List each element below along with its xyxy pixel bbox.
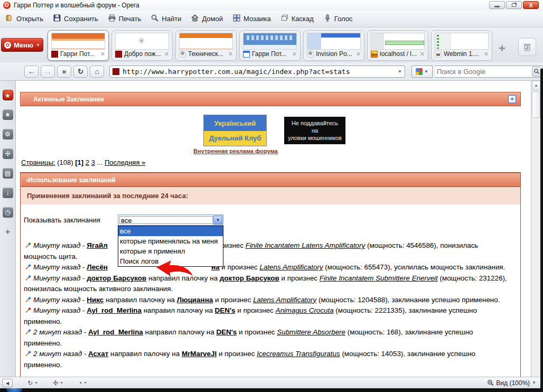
toolbar-button-printer[interactable]: Печать	[108, 14, 142, 24]
user-link[interactable]: Никс	[87, 296, 104, 304]
user-link[interactable]: Ayl_rod_Merlina	[88, 328, 143, 336]
bookmarks-icon[interactable]: ★	[3, 109, 13, 120]
scam-warning-banner[interactable]: Не поддавайтесь на уловки мошенников	[284, 117, 345, 144]
tab-label: Invision Po...	[316, 50, 354, 58]
search-engine-selector[interactable]: ▼	[411, 66, 433, 78]
add-panel-icon[interactable]: +	[3, 227, 13, 237]
tab[interactable]: Добро пож...✕	[111, 30, 173, 61]
unite-control[interactable]: ✣▼	[53, 379, 63, 387]
scroll-up-button[interactable]: ▲	[532, 81, 540, 90]
user-link[interactable]: MrMarveJI	[182, 350, 217, 358]
toolbar-button-open-folder[interactable]: Открыть	[5, 14, 43, 24]
side-panel-strip: ★★⚙✣▤↓◷+	[0, 81, 16, 377]
webmin-favicon-icon: W	[435, 51, 442, 58]
toolbar-button-save-floppy[interactable]: Сохранить	[53, 14, 98, 24]
closed-tabs-trash-button[interactable]	[518, 38, 536, 56]
user-link[interactable]: Ягайл	[87, 241, 107, 249]
user-link[interactable]: доктор Барсуков	[220, 274, 279, 282]
spell-log-list: Минуту назад - Ягайлпроизнес Finite Inca…	[24, 240, 513, 370]
bookmarks-active-icon[interactable]: ★	[3, 90, 13, 100]
section-header-bar: ›Использование заклинаний	[20, 173, 521, 187]
new-tab-button[interactable]: +	[499, 42, 505, 55]
url-text[interactable]: http://www.harrypotter.com.ua/magic/inde…	[123, 68, 395, 76]
notes-icon[interactable]: ▤	[3, 168, 13, 179]
tab-close-icon[interactable]: ✕	[100, 51, 105, 58]
internal-ad-link[interactable]: Внутренняя реклама форума	[190, 148, 281, 154]
spell-link[interactable]: Submittere Absorbere	[277, 328, 345, 336]
address-field[interactable]: http://www.harrypotter.com.ua/magic/inde…	[109, 66, 405, 78]
user-link[interactable]: Ayl_rod_Merlina	[87, 306, 142, 314]
home-button[interactable]: ⌂	[90, 66, 104, 78]
tab[interactable]: Invision Po...✕	[303, 30, 364, 61]
fast-forward-button[interactable]: »	[57, 66, 71, 78]
spell-link[interactable]: Animagus Crocuta	[275, 306, 333, 314]
toolbar-button-home[interactable]: Домой	[191, 14, 223, 24]
unite-icon[interactable]: ✣	[3, 148, 13, 159]
spell-link[interactable]: Latens Amplificatory	[253, 296, 316, 304]
last-page-link[interactable]: Последняя »	[105, 158, 145, 166]
transfers-icon[interactable]: ↓	[3, 188, 13, 198]
zoom-control[interactable]: Вид (100%) ▼	[487, 379, 536, 387]
spell-link[interactable]: Finite Incantatem Submittere Enerveit	[320, 274, 438, 282]
toolbar-button-cascade-windows[interactable]: Каскад	[280, 14, 314, 24]
start-orb-glimpse	[6, 388, 22, 392]
user-link[interactable]: DEN's	[216, 328, 237, 336]
log-time: Минуту назад	[33, 306, 80, 314]
tab-close-icon[interactable]: ✕	[228, 51, 233, 58]
pma-favicon-icon: PMA	[371, 51, 378, 58]
select-dropdown-button[interactable]: ▼	[213, 216, 222, 225]
page-link[interactable]: 2	[86, 158, 89, 166]
select-option[interactable]: все	[118, 226, 223, 236]
open-folder-icon	[5, 14, 14, 24]
scrollbar-thumb[interactable]	[532, 91, 540, 118]
address-dropdown-icon[interactable]: ▼	[398, 69, 402, 74]
tab-close-icon[interactable]: ✕	[356, 51, 361, 58]
page-link[interactable]: 3	[91, 158, 95, 166]
tab-close-icon[interactable]: ✕	[292, 51, 297, 58]
reload-button[interactable]: ↻	[73, 66, 88, 78]
tab-thumbnail	[371, 33, 425, 50]
toolbar-button-find[interactable]: Найти	[151, 14, 181, 24]
ukrainian-duel-club-banner[interactable]: Український Дуельний Клуб	[203, 115, 267, 146]
minimize-button[interactable]	[489, 1, 505, 9]
spell-link[interactable]: Latens Amplificatory	[259, 263, 323, 271]
toolbar-button-label: Каскад	[292, 15, 314, 23]
history-icon[interactable]: ◷	[3, 207, 13, 218]
user-link[interactable]: DEN's	[215, 306, 236, 314]
spell-link[interactable]: Finite Incantatem Latens Amplificatory	[246, 241, 366, 249]
toolbar-button-voice[interactable]: Голос	[323, 14, 353, 24]
tab-close-icon[interactable]: ✕	[484, 51, 489, 58]
spell-link[interactable]: Icecreamus Transfiguratus	[257, 350, 340, 358]
tab[interactable]: Гарри Пот...✕	[48, 30, 109, 61]
restore-button[interactable]	[506, 1, 522, 9]
search-input[interactable]	[435, 68, 532, 76]
tab-close-icon[interactable]: ✕	[420, 51, 425, 58]
pages-link[interactable]: Страницы:	[21, 158, 55, 166]
forward-button[interactable]: →	[41, 66, 55, 78]
collapse-plus-button[interactable]: +	[508, 95, 516, 103]
home-icon	[191, 14, 199, 24]
spell-filter-select[interactable]: все ▼ всекоторые применялись на менякото…	[118, 214, 223, 226]
user-link[interactable]: Люцианна	[177, 296, 213, 304]
user-link[interactable]: Асхат	[88, 350, 108, 358]
sync-control[interactable]: ↻▼	[27, 379, 38, 387]
status-bar: ◀ ↻▼ ✣▼ ◔▼ Вид (100%) ▼	[0, 377, 540, 388]
widgets-icon[interactable]: ⚙	[3, 129, 13, 139]
turbo-control[interactable]: ◔▼	[78, 379, 87, 387]
tab[interactable]: Техническ...✕	[175, 30, 237, 61]
panel-collapse-button[interactable]: ◀	[2, 379, 13, 387]
opera-menu-button[interactable]: O Меню ▼	[1, 38, 43, 52]
tab-close-icon[interactable]: ✕	[164, 51, 169, 58]
log-text: -	[82, 350, 88, 358]
tab[interactable]: WWebmin 1....✕	[431, 30, 492, 61]
close-button[interactable]: X	[523, 1, 539, 9]
toolbar-button-tile-windows[interactable]: Мозаика	[232, 14, 271, 24]
select-option[interactable]: которые применялись на меня	[118, 236, 223, 246]
vertical-scrollbar[interactable]: ▲	[531, 81, 540, 377]
user-link[interactable]: Лесён	[87, 263, 108, 271]
back-button[interactable]: ←	[24, 66, 39, 78]
user-link[interactable]: доктор Барсуков	[87, 274, 146, 282]
tab[interactable]: Гарри Пот...✕	[239, 30, 301, 61]
select-option[interactable]: которые я применял	[118, 246, 223, 256]
tab[interactable]: PMAlocalhost / l...✕	[367, 30, 428, 61]
